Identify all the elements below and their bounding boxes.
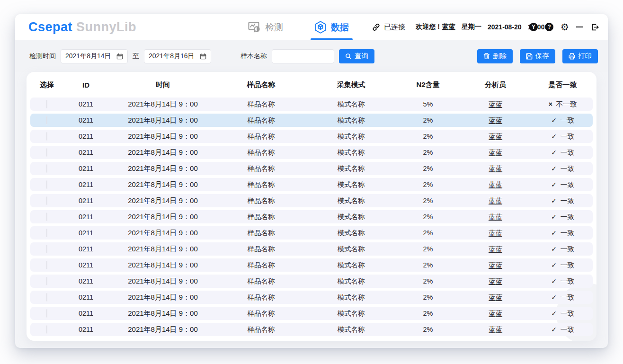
table-row[interactable]: 0211 2021年8月14日 9：00 样品名称 模式名称 5% 蓝蓝 × 不… <box>30 98 593 111</box>
wrench-circle-icon[interactable]: Y <box>529 23 538 31</box>
row-checkbox[interactable] <box>46 245 47 253</box>
table-row[interactable]: 0211 2021年8月14日 9：00 样品名称 模式名称 2% 蓝蓝 ✓ 一… <box>30 323 593 336</box>
row-checkbox[interactable] <box>46 277 47 285</box>
consistency-mark-icon: ✓ <box>551 197 557 204</box>
sample-name-input[interactable] <box>272 49 334 63</box>
date-from-picker[interactable]: 2021年8月14日 <box>61 49 128 63</box>
cell-consistency: ✓ 一致 <box>532 325 593 334</box>
minimize-icon[interactable] <box>576 27 583 27</box>
cell-id: 0211 <box>63 229 108 237</box>
cell-analyst-link[interactable]: 蓝蓝 <box>489 245 502 253</box>
logo-secondary: SunnyLib <box>76 20 136 35</box>
table-row[interactable]: 0211 2021年8月14日 9：00 样品名称 模式名称 2% 蓝蓝 ✓ 一… <box>30 162 593 175</box>
cell-analyst-link[interactable]: 蓝蓝 <box>489 326 502 333</box>
row-checkbox[interactable] <box>46 196 47 205</box>
consistency-label: 一致 <box>561 309 574 318</box>
settings-gear-icon[interactable]: ⚙ <box>561 22 569 32</box>
row-checkbox[interactable] <box>46 132 47 141</box>
consistency-label: 一致 <box>561 245 574 254</box>
cell-n2-content: 2% <box>397 229 459 237</box>
monitor-chart-search-icon <box>248 21 261 33</box>
table-row[interactable]: 0211 2021年8月14日 9：00 样品名称 模式名称 2% 蓝蓝 ✓ 一… <box>30 307 593 320</box>
table-row[interactable]: 0211 2021年8月14日 9：00 样品名称 模式名称 2% 蓝蓝 ✓ 一… <box>30 210 593 223</box>
table-row[interactable]: 0211 2021年8月14日 9：00 样品名称 模式名称 2% 蓝蓝 ✓ 一… <box>30 291 593 304</box>
logo-primary: Csepat <box>28 20 72 35</box>
consistency-mark-icon: ✓ <box>551 229 557 237</box>
row-checkbox[interactable] <box>46 180 47 189</box>
table-row[interactable]: 0211 2021年8月14日 9：00 样品名称 模式名称 2% 蓝蓝 ✓ 一… <box>30 194 593 207</box>
cell-analyst-link[interactable]: 蓝蓝 <box>489 293 502 301</box>
save-button-label: 保存 <box>535 52 549 61</box>
cell-analyst-link[interactable]: 蓝蓝 <box>489 116 502 124</box>
cell-time: 2021年8月14日 9：00 <box>108 325 217 334</box>
table-row[interactable]: 0211 2021年8月14日 9：00 样品名称 模式名称 2% 蓝蓝 ✓ 一… <box>30 114 593 127</box>
cell-analyst-link[interactable]: 蓝蓝 <box>489 261 502 269</box>
cell-n2-content: 2% <box>397 149 459 156</box>
cell-mode: 模式名称 <box>305 132 397 141</box>
cell-consistency: ✓ 一致 <box>532 164 593 173</box>
consistency-label: 不一致 <box>556 100 577 109</box>
consistency-mark-icon: × <box>549 100 552 108</box>
cell-analyst-link[interactable]: 蓝蓝 <box>489 133 502 140</box>
cell-analyst-link[interactable]: 蓝蓝 <box>489 165 502 172</box>
logout-icon[interactable] <box>590 23 599 32</box>
row-checkbox[interactable] <box>46 164 47 173</box>
table-row[interactable]: 0211 2021年8月14日 9：00 样品名称 模式名称 2% 蓝蓝 ✓ 一… <box>30 226 593 240</box>
cell-mode: 模式名称 <box>305 196 397 205</box>
cell-analyst-link[interactable]: 蓝蓝 <box>489 100 502 108</box>
table-row[interactable]: 0211 2021年8月14日 9：00 样品名称 模式名称 2% 蓝蓝 ✓ 一… <box>30 178 593 191</box>
tab-detection[interactable]: 检测 <box>246 14 285 40</box>
table-row[interactable]: 0211 2021年8月14日 9：00 样品名称 模式名称 2% 蓝蓝 ✓ 一… <box>30 242 593 256</box>
cell-consistency: ✓ 一致 <box>532 229 593 238</box>
print-button[interactable]: 打印 <box>562 49 598 63</box>
row-checkbox[interactable] <box>46 148 47 157</box>
table-row[interactable]: 0211 2021年8月14日 9：00 样品名称 模式名称 2% 蓝蓝 ✓ 一… <box>30 146 593 159</box>
search-icon <box>345 53 352 60</box>
cell-mode: 模式名称 <box>305 261 397 270</box>
sample-name-label: 样本名称 <box>240 52 267 61</box>
consistency-label: 一致 <box>561 261 574 270</box>
query-button[interactable]: 查询 <box>339 49 374 63</box>
cell-sample-name: 样品名称 <box>217 100 305 109</box>
consistency-mark-icon: ✓ <box>551 133 557 140</box>
consistency-mark-icon: ✓ <box>551 261 557 269</box>
save-button[interactable]: 保存 <box>520 49 555 63</box>
cell-id: 0211 <box>63 213 108 221</box>
consistency-label: 一致 <box>561 325 574 334</box>
delete-button[interactable]: 删除 <box>477 49 513 63</box>
cell-analyst-link[interactable]: 蓝蓝 <box>489 213 502 221</box>
cell-analyst-link[interactable]: 蓝蓝 <box>489 197 502 204</box>
cell-id: 0211 <box>63 181 108 188</box>
table-row[interactable]: 0211 2021年8月14日 9：00 样品名称 模式名称 2% 蓝蓝 ✓ 一… <box>30 130 593 143</box>
calendar-icon <box>200 53 206 60</box>
table-row[interactable]: 0211 2021年8月14日 9：00 样品名称 模式名称 2% 蓝蓝 ✓ 一… <box>30 275 593 288</box>
date-text: 2021-08-20 <box>488 23 522 31</box>
cell-analyst-link[interactable]: 蓝蓝 <box>489 149 502 156</box>
consistency-mark-icon: ✓ <box>551 326 557 333</box>
consistency-mark-icon: ✓ <box>551 165 557 172</box>
tab-data[interactable]: 数据 <box>312 14 351 40</box>
row-checkbox[interactable] <box>46 309 47 318</box>
consistency-mark-icon: ✓ <box>551 149 557 156</box>
cell-analyst-link[interactable]: 蓝蓝 <box>489 277 502 285</box>
row-checkbox[interactable] <box>46 261 47 269</box>
hexagon-cube-icon <box>314 21 327 34</box>
cell-n2-content: 2% <box>397 181 459 188</box>
cell-analyst-link[interactable]: 蓝蓝 <box>489 229 502 237</box>
row-checkbox[interactable] <box>46 116 47 124</box>
table-row[interactable]: 0211 2021年8月14日 9：00 样品名称 模式名称 2% 蓝蓝 ✓ 一… <box>30 258 593 272</box>
row-checkbox[interactable] <box>46 293 47 302</box>
row-checkbox[interactable] <box>46 325 47 334</box>
consistency-mark-icon: ✓ <box>551 116 557 124</box>
col-header-time: 时间 <box>108 80 217 89</box>
cell-consistency: ✓ 一致 <box>532 180 593 189</box>
date-to-picker[interactable]: 2021年8月16日 <box>144 49 211 63</box>
welcome-group: 欢迎您！蓝蓝 星期一 2021-08-20 16:00 <box>416 23 544 31</box>
row-checkbox[interactable] <box>46 213 47 221</box>
cell-analyst-link[interactable]: 蓝蓝 <box>489 310 502 317</box>
cell-analyst-link[interactable]: 蓝蓝 <box>489 181 502 188</box>
help-circle-icon[interactable]: ? <box>545 23 553 31</box>
row-checkbox[interactable] <box>46 100 47 108</box>
cell-time: 2021年8月14日 9：00 <box>108 116 217 125</box>
row-checkbox[interactable] <box>46 229 47 237</box>
